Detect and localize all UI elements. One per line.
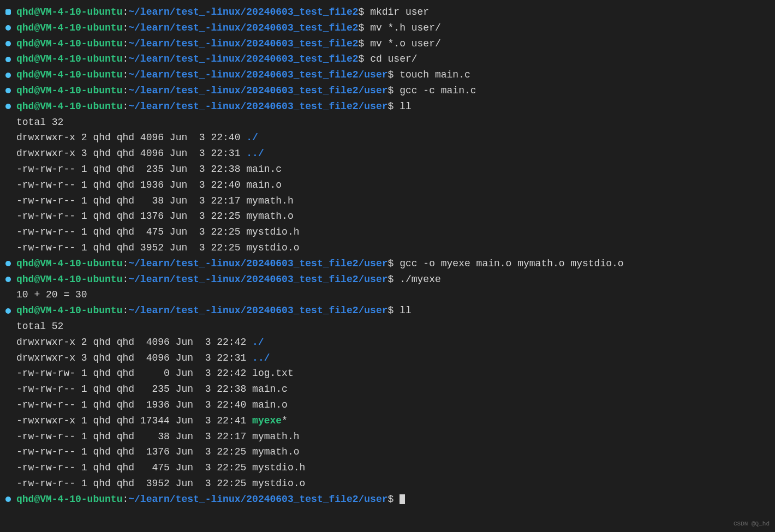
- prompt-symbol: $: [388, 99, 394, 115]
- list-item: -rw-rw-r-- 1 qhd qhd 3952 Jun 3 22:25 my…: [5, 476, 770, 492]
- command-text: ll: [400, 303, 412, 319]
- file-name: mystdio.o: [246, 240, 299, 256]
- list-item: drwxrwxr-x 3 qhd qhd 4096 Jun 3 22:31 ..…: [5, 146, 770, 162]
- prompt-path: ~/learn/test_-linux/20240603_test_file2: [128, 4, 358, 20]
- list-item: drwxrwxr-x 3 qhd qhd 4096 Jun 3 22:31 ..…: [5, 350, 770, 366]
- dir-name: ./: [252, 334, 264, 350]
- bullet-icon: [5, 9, 11, 15]
- prompt-path: ~/learn/test_-linux/20240603_test_file2: [128, 36, 358, 52]
- bullet-icon: [5, 261, 11, 266]
- list-item: -rw-rw-r-- 1 qhd qhd 235 Jun 3 22:38 mai…: [5, 162, 770, 177]
- prompt-user: qhd@VM-4-10-ubuntu: [16, 67, 122, 83]
- command-text: ll: [400, 99, 412, 115]
- file-name: mymath.h: [246, 193, 293, 209]
- list-item: -rwxrwxr-x 1 qhd qhd 17344 Jun 3 22:41 m…: [5, 413, 770, 429]
- command-text: mv *.o user/: [370, 36, 441, 52]
- watermark-text: CSDN @Q_hd: [734, 519, 770, 529]
- prompt-symbol: $: [388, 67, 394, 83]
- bullet-icon: [5, 25, 11, 31]
- prompt-symbol: $: [359, 20, 365, 36]
- prompt-line: qhd@VM-4-10-ubuntu:~/learn/test_-linux/2…: [5, 20, 770, 36]
- command-text: gcc -c main.c: [400, 83, 476, 99]
- bullet-icon: [5, 277, 11, 282]
- bullet-icon: [5, 88, 11, 93]
- prompt-path: ~/learn/test_-linux/20240603_test_file2/…: [128, 67, 388, 83]
- command-text: ./myexe: [400, 272, 441, 288]
- list-item: drwxrwxr-x 2 qhd qhd 4096 Jun 3 22:40 ./: [5, 130, 770, 146]
- prompt-path: ~/learn/test_-linux/20240603_test_file2/…: [128, 272, 388, 288]
- bullet-icon: [5, 308, 11, 314]
- list-item: -rw-rw-r-- 1 qhd qhd 38 Jun 3 22:17 myma…: [5, 193, 770, 209]
- terminal-output[interactable]: qhd@VM-4-10-ubuntu:~/learn/test_-linux/2…: [5, 4, 770, 507]
- prompt-path: ~/learn/test_-linux/20240603_test_file2: [128, 20, 358, 36]
- prompt-line: qhd@VM-4-10-ubuntu:~/learn/test_-linux/2…: [5, 83, 770, 99]
- list-item: -rw-rw-r-- 1 qhd qhd 1376 Jun 3 22:25 my…: [5, 444, 770, 460]
- prompt-line: qhd@VM-4-10-ubuntu:~/learn/test_-linux/2…: [5, 99, 770, 115]
- command-text: mkdir user: [370, 4, 429, 20]
- prompt-line: qhd@VM-4-10-ubuntu:~/learn/test_-linux/2…: [5, 272, 770, 288]
- list-item: -rw-rw-rw- 1 qhd qhd 0 Jun 3 22:42 log.t…: [5, 366, 770, 381]
- prompt-path: ~/learn/test_-linux/20240603_test_file2/…: [128, 256, 388, 272]
- file-name: main.o: [252, 397, 288, 413]
- file-name: main.c: [252, 381, 288, 397]
- dir-name: ../: [252, 350, 270, 366]
- file-name: main.o: [246, 177, 282, 193]
- prompt-path: ~/learn/test_-linux/20240603_test_file2/…: [128, 83, 388, 99]
- prompt-user: qhd@VM-4-10-ubuntu: [16, 4, 122, 20]
- file-name: mystdio.h: [252, 460, 305, 476]
- prompt-symbol: $: [359, 36, 365, 52]
- prompt-path: ~/learn/test_-linux/20240603_test_file2/…: [128, 99, 388, 115]
- prompt-user: qhd@VM-4-10-ubuntu: [16, 99, 122, 115]
- list-item: -rw-rw-r-- 1 qhd qhd 475 Jun 3 22:25 mys…: [5, 460, 770, 476]
- file-name: mymath.o: [252, 444, 299, 460]
- bullet-icon: [5, 104, 11, 109]
- cursor-icon[interactable]: [400, 494, 405, 504]
- dir-name: ../: [246, 146, 264, 162]
- bullet-icon: [5, 73, 11, 78]
- executable-name: myexe: [252, 413, 282, 429]
- command-text: mv *.h user/: [370, 20, 441, 36]
- file-name: main.c: [246, 162, 282, 177]
- file-name: mystdio.h: [246, 224, 299, 240]
- command-text: cd user/: [370, 51, 417, 67]
- prompt-line: qhd@VM-4-10-ubuntu:~/learn/test_-linux/2…: [5, 67, 770, 83]
- prompt-line: qhd@VM-4-10-ubuntu:~/learn/test_-linux/2…: [5, 36, 770, 52]
- prompt-symbol: $: [359, 4, 365, 20]
- list-item: -rw-rw-r-- 1 qhd qhd 1376 Jun 3 22:25 my…: [5, 208, 770, 224]
- prompt-user: qhd@VM-4-10-ubuntu: [16, 83, 122, 99]
- command-text: gcc -o myexe main.o mymath.o mystdio.o: [400, 256, 623, 272]
- prompt-path: ~/learn/test_-linux/20240603_test_file2/…: [128, 492, 388, 507]
- prompt-user: qhd@VM-4-10-ubuntu: [16, 303, 122, 319]
- prompt-line: qhd@VM-4-10-ubuntu:~/learn/test_-linux/2…: [5, 303, 770, 319]
- bullet-icon: [5, 41, 11, 46]
- file-name: mymath.o: [246, 208, 293, 224]
- prompt-user: qhd@VM-4-10-ubuntu: [16, 492, 122, 507]
- dir-name: ./: [246, 130, 258, 146]
- list-item: -rw-rw-r-- 1 qhd qhd 3952 Jun 3 22:25 my…: [5, 240, 770, 256]
- prompt-symbol: $: [388, 256, 394, 272]
- file-name: log.txt: [252, 366, 294, 381]
- file-name: mystdio.o: [252, 476, 305, 492]
- prompt-user: qhd@VM-4-10-ubuntu: [16, 20, 122, 36]
- prompt-user: qhd@VM-4-10-ubuntu: [16, 51, 122, 67]
- prompt-line-active[interactable]: qhd@VM-4-10-ubuntu:~/learn/test_-linux/2…: [5, 492, 770, 507]
- prompt-user: qhd@VM-4-10-ubuntu: [16, 36, 122, 52]
- prompt-symbol: $: [388, 303, 394, 319]
- listing-total: total 52: [5, 319, 770, 334]
- prompt-path: ~/learn/test_-linux/20240603_test_file2/…: [128, 303, 388, 319]
- list-item: drwxrwxr-x 2 qhd qhd 4096 Jun 3 22:42 ./: [5, 334, 770, 350]
- prompt-path: ~/learn/test_-linux/20240603_test_file2: [128, 51, 358, 67]
- prompt-line: qhd@VM-4-10-ubuntu:~/learn/test_-linux/2…: [5, 4, 770, 20]
- list-item: -rw-rw-r-- 1 qhd qhd 475 Jun 3 22:25 mys…: [5, 224, 770, 240]
- prompt-symbol: $: [359, 51, 365, 67]
- listing-total: total 32: [5, 115, 770, 130]
- bullet-icon: [5, 497, 11, 502]
- prompt-line: qhd@VM-4-10-ubuntu:~/learn/test_-linux/2…: [5, 51, 770, 67]
- prompt-line: qhd@VM-4-10-ubuntu:~/learn/test_-linux/2…: [5, 256, 770, 272]
- list-item: -rw-rw-r-- 1 qhd qhd 1936 Jun 3 22:40 ma…: [5, 177, 770, 193]
- prompt-symbol: $: [388, 492, 394, 507]
- command-text: touch main.c: [400, 67, 470, 83]
- file-name: mymath.h: [252, 429, 299, 445]
- list-item: -rw-rw-r-- 1 qhd qhd 38 Jun 3 22:17 myma…: [5, 429, 770, 445]
- prompt-symbol: $: [388, 272, 394, 288]
